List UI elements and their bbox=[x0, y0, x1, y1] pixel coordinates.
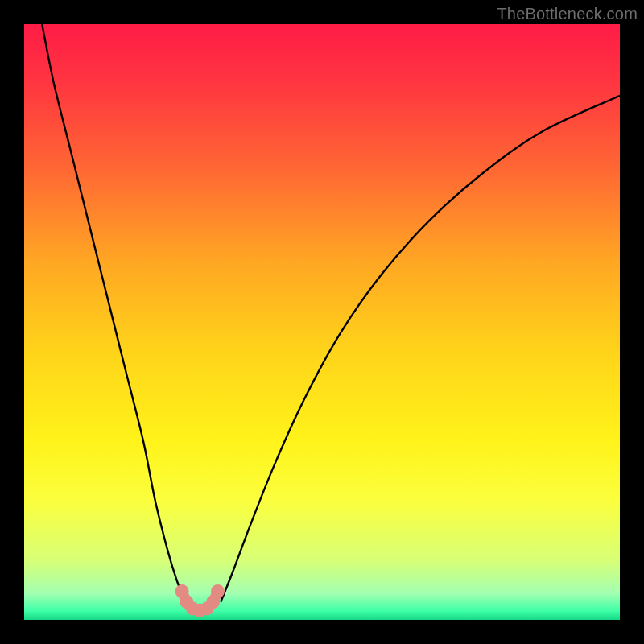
valley-marker-dot bbox=[211, 584, 225, 598]
curve-right bbox=[221, 96, 620, 602]
outer-frame: TheBottleneck.com bbox=[0, 0, 644, 644]
watermark-text: TheBottleneck.com bbox=[497, 5, 638, 23]
plot-area bbox=[24, 24, 620, 620]
valley-marker-group bbox=[175, 584, 225, 617]
curve-left bbox=[42, 24, 185, 602]
curves-layer bbox=[24, 24, 620, 620]
